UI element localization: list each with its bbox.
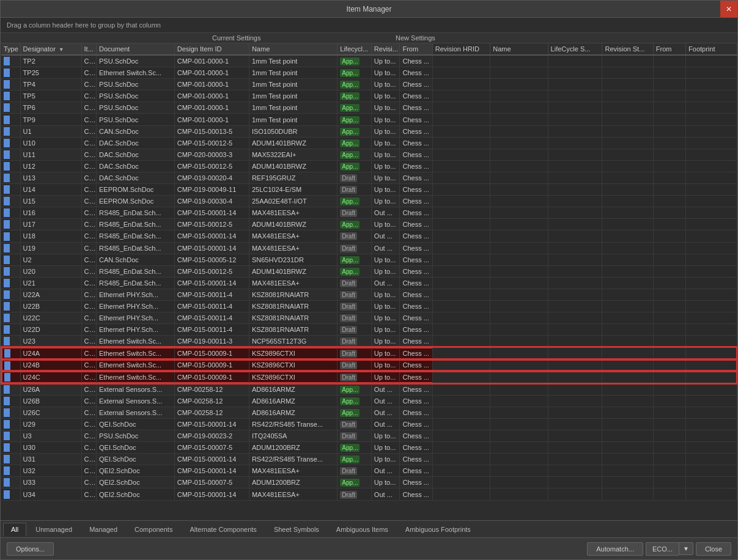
col-revision-hrid[interactable]: Revision HRID [432,43,490,55]
tab-ambiguous-footprints[interactable]: Ambiguous Footprints [397,523,479,536]
cell-design-item-id: CMP-015-00005-12 [174,254,249,265]
table-row[interactable]: U34 C... QEI2.SchDoc CMP-015-00001-14 MA… [1,488,737,500]
lifecycle-badge: Draft [340,491,357,499]
table-row[interactable]: TP2 C... PSU.SchDoc CMP-001-0000-1 1mm T… [1,55,737,67]
cell-name: 25AA02E48T-I/OT [249,196,337,207]
table-row[interactable]: U30 C... QEI.SchDoc CMP-015-00007-5 ADUM… [1,442,737,454]
table-row[interactable]: U14 C... EEPROM.SchDoc CMP-019-00049-11 … [1,184,737,196]
table-row[interactable]: U12 C... DAC.SchDoc CMP-015-00012-5 ADUM… [1,160,737,172]
table-row[interactable]: U21 C... RS485_EnDat.Sch... CMP-015-0000… [1,277,737,289]
table-row[interactable]: U22D C... Ethernet PHY.Sch... CMP-015-00… [1,324,737,336]
col-lifecycle2[interactable]: LifeCycle S... [548,43,602,55]
cell-design-item-id: CMP-015-00012-5 [174,219,249,230]
table-row[interactable]: TP5 C... PSU.SchDoc CMP-001-0000-1 1mm T… [1,90,737,102]
table-row[interactable]: U15 C... EEPROM.SchDoc CMP-019-00030-4 2… [1,196,737,207]
table-row[interactable]: U22B C... Ethernet PHY.Sch... CMP-015-00… [1,300,737,312]
eco-button[interactable]: ECO... [646,542,679,556]
table-row[interactable]: U33 C... QEI2.SchDoc CMP-015-00007-5 ADU… [1,477,737,488]
table-row[interactable]: U22C C... Ethernet PHY.Sch... CMP-015-00… [1,312,737,324]
cell-revision-st [602,395,653,407]
table-row[interactable]: U26B C... External Sensors.S... CMP-0025… [1,395,737,407]
table-row[interactable]: U31 C... QEI.SchDoc CMP-015-00001-14 RS4… [1,454,737,465]
eco-dropdown-arrow[interactable]: ▼ [679,542,693,555]
close-dialog-button[interactable]: Close [696,542,731,556]
cell-revision-st [602,347,653,359]
cell-new-name [490,442,548,454]
col-from[interactable]: From [400,43,432,55]
cell-revision-hrid [432,90,490,102]
cell-new-name [490,172,548,183]
tab-unmanaged[interactable]: Unmanaged [28,523,80,536]
cell-name: 1mm Test point [249,67,337,79]
automatch-button[interactable]: Automatch... [587,542,643,556]
cell-type [1,324,20,336]
tab-components[interactable]: Components [127,523,180,536]
cell-lifecycle: Draft [338,230,372,242]
cell-from: Chess ... [400,114,432,125]
table-row[interactable]: U19 C... RS485_EnDat.Sch... CMP-015-0000… [1,242,737,254]
cell-name: REF195GRUZ [249,172,337,183]
cell-from: Chess ... [400,289,432,300]
col-revision-st[interactable]: Revision St... [602,43,653,55]
table-row[interactable]: U10 C... DAC.SchDoc CMP-015-00012-5 ADUM… [1,137,737,149]
cell-lifecycle2 [548,254,602,265]
col-name[interactable]: Name [249,43,337,55]
table-row[interactable]: U29 C... QEI.SchDoc CMP-015-00001-14 RS4… [1,418,737,430]
col-designator[interactable]: Designator ▼ [20,43,81,55]
table-row[interactable]: U24B C... Ethernet Switch.Sc... CMP-015-… [1,359,737,371]
title-bar: Item Manager ✕ [1,1,737,18]
col-design-item-id[interactable]: Design Item ID [174,43,249,55]
table-row[interactable]: U23 C... Ethernet Switch.Sc... CMP-019-0… [1,336,737,348]
table-row[interactable]: TP4 C... PSU.SchDoc CMP-001-0000-1 1mm T… [1,79,737,90]
table-row[interactable]: U22A C... Ethernet PHY.Sch... CMP-015-00… [1,289,737,300]
cell-footprint [686,289,737,300]
table-row[interactable]: U2 C... CAN.SchDoc CMP-015-00005-12 SN65… [1,254,737,265]
tab-all[interactable]: All [3,523,26,536]
cell-name: 1mm Test point [249,102,337,114]
col-footprint[interactable]: Footprint [686,43,737,55]
table-row[interactable]: U17 C... RS485_EnDat.Sch... CMP-015-0001… [1,219,737,230]
col-lifecycle[interactable]: Lifecycl... [338,43,372,55]
col-document[interactable]: Document [97,43,175,55]
tab-alternate-components[interactable]: Alternate Components [182,523,264,536]
tab-sheet-symbols[interactable]: Sheet Symbols [266,523,327,536]
table-row[interactable]: U3 C... PSU.SchDoc CMP-019-00023-2 ITQ24… [1,430,737,442]
tab-managed[interactable]: Managed [81,523,125,536]
cell-it: C... [81,90,96,102]
col-type[interactable]: Type [1,43,20,55]
cell-footprint [686,359,737,371]
table-row[interactable]: U32 C... QEI2.SchDoc CMP-015-00001-14 MA… [1,465,737,477]
col-revision[interactable]: Revisi... [371,43,400,55]
table-row[interactable]: U20 C... RS485_EnDat.Sch... CMP-015-0001… [1,265,737,277]
cell-it: C... [81,324,96,336]
cell-lifecycle: App... [338,114,372,125]
col-new-name[interactable]: Name [490,43,548,55]
cell-lifecycle2 [548,324,602,336]
cell-from: Chess ... [400,418,432,430]
table-row[interactable]: U13 C... DAC.SchDoc CMP-019-00020-4 REF1… [1,172,737,183]
table-row[interactable]: U16 C... RS485_EnDat.Sch... CMP-015-0000… [1,207,737,219]
cell-revision: Up to... [371,324,400,336]
table-row[interactable]: TP25 C... Ethernet Switch.Sc... CMP-001-… [1,67,737,79]
table-row[interactable]: U1 C... CAN.SchDoc CMP-015-00013-5 ISO10… [1,125,737,137]
cell-lifecycle2 [548,289,602,300]
col-it[interactable]: It... [81,43,96,55]
options-button[interactable]: Options... [7,542,54,556]
table-row[interactable]: U11 C... DAC.SchDoc CMP-020-00003-3 MAX5… [1,149,737,160]
cell-document: Ethernet PHY.Sch... [97,300,175,312]
table-row[interactable]: U18 C... RS485_EnDat.Sch... CMP-015-0000… [1,230,737,242]
cell-lifecycle: App... [338,454,372,465]
table-row[interactable]: U24C C... Ethernet Switch.Sc... CMP-015-… [1,371,737,383]
cell-from: Chess ... [400,336,432,348]
table-row[interactable]: TP6 C... PSU.SchDoc CMP-001-0000-1 1mm T… [1,102,737,114]
cell-name: 25LC1024-E/SM [249,184,337,196]
tab-ambiguous-items[interactable]: Ambiguous Items [328,523,396,536]
lifecycle-badge: Draft [340,467,357,475]
table-row[interactable]: U24A C... Ethernet Switch.Sc... CMP-015-… [1,347,737,359]
table-row[interactable]: U26C C... External Sensors.S... CMP-0025… [1,407,737,418]
table-row[interactable]: U26A C... External Sensors.S... CMP-0025… [1,383,737,396]
cell-designator: U20 [20,265,81,277]
close-button[interactable]: ✕ [720,1,737,18]
col-from2[interactable]: From [653,43,685,55]
table-row[interactable]: TP9 C... PSU.SchDoc CMP-001-0000-1 1mm T… [1,114,737,125]
